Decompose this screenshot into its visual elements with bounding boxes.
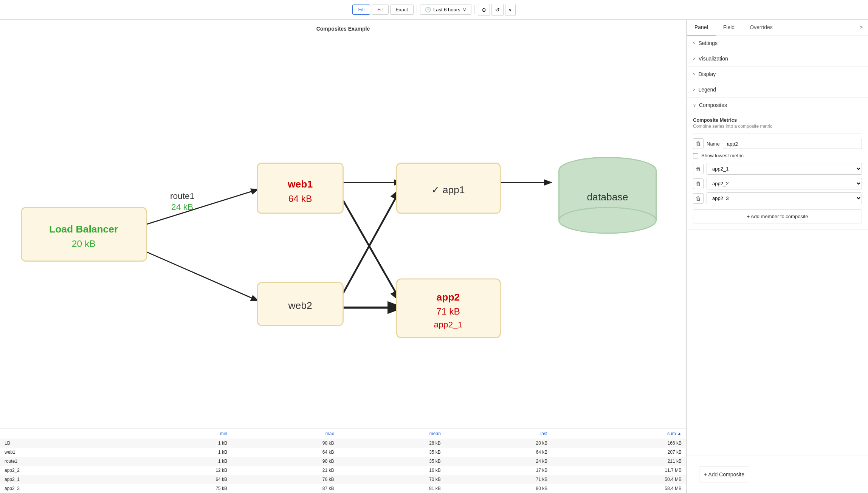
edge-label-route1-val: 24 kB: [171, 202, 193, 212]
bottom-section: + Add Composite: [687, 456, 868, 493]
cell-last: 64 kB: [445, 448, 552, 457]
cell-mean: 70 kB: [338, 475, 445, 484]
col-name[interactable]: [0, 429, 125, 439]
accordion-composites-label: Composites: [699, 102, 727, 108]
accordion-display: > Display: [687, 67, 868, 82]
edge-web2-app1: [343, 190, 400, 293]
cell-name: web1: [0, 448, 125, 457]
col-sum[interactable]: sum ▲: [552, 429, 686, 439]
cell-sum: 166 kB: [552, 439, 686, 448]
toolbar: Fill Fit Exact 🕐 Last 6 hours ∨ ⊖ ↺ ∨: [0, 0, 868, 20]
accordion-display-header[interactable]: > Display: [687, 67, 868, 82]
node-db-label: database: [587, 191, 628, 203]
accordion-settings-header[interactable]: > Settings: [687, 36, 868, 51]
cell-sum: 50.4 MB: [552, 475, 686, 484]
composite-divider: [693, 133, 862, 134]
cell-min: 64 kB: [125, 475, 232, 484]
cell-mean: 35 kB: [338, 448, 445, 457]
diagram-area: Composites Example route1 24 kB: [0, 20, 686, 428]
composite-name-input[interactable]: [723, 139, 862, 149]
clock-icon: 🕐: [425, 7, 431, 12]
cell-sum: 211 kB: [552, 457, 686, 466]
edge-lb-web2: [143, 250, 257, 300]
cell-min: 1 kB: [125, 439, 232, 448]
chevron-right-icon-viz: >: [693, 56, 695, 61]
accordion-composites-content: Composite Metrics Combine series into a …: [687, 113, 868, 229]
cell-max: 21 kB: [232, 466, 338, 475]
table-row: app2_375 kB87 kB81 kB80 kB58.4 MB: [0, 484, 686, 493]
main-layout: Composites Example route1 24 kB: [0, 20, 868, 493]
tab-field[interactable]: Field: [716, 20, 742, 36]
composite-meta-title: Composite Metrics: [693, 117, 862, 123]
cell-max: 64 kB: [232, 448, 338, 457]
accordion-legend-label: Legend: [698, 87, 716, 93]
trash-member-2-button[interactable]: 🗑: [693, 178, 704, 189]
cell-mean: 28 kB: [338, 439, 445, 448]
tab-overrides[interactable]: Overrides: [742, 20, 780, 36]
tab-expand-button[interactable]: >: [854, 20, 868, 35]
table-row: LB1 kB90 kB28 kB20 kB166 kB: [0, 439, 686, 448]
chevron-right-icon-legend: >: [693, 87, 695, 92]
time-range-label: Last 6 hours: [433, 7, 460, 12]
member-row-2: 🗑 app2_1 app2_2 app2_3: [693, 178, 862, 189]
table-row: app2_212 kB21 kB16 kB17 kB11.7 MB: [0, 466, 686, 475]
col-min[interactable]: min: [125, 429, 232, 439]
node-app2-sub: app2_1: [434, 320, 463, 330]
cell-name: app2_2: [0, 466, 125, 475]
cell-last: 80 kB: [445, 484, 552, 493]
refresh-button[interactable]: ↺: [491, 4, 504, 16]
zoom-out-icon: ⊖: [482, 7, 486, 13]
cell-last: 20 kB: [445, 439, 552, 448]
accordion-legend-header[interactable]: > Legend: [687, 82, 868, 97]
fit-button[interactable]: Fit: [372, 5, 388, 15]
table-body: LB1 kB90 kB28 kB20 kB166 kBweb11 kB64 kB…: [0, 439, 686, 493]
sort-icon: ▲: [677, 431, 682, 436]
node-lb-value: 20 kB: [72, 239, 96, 249]
panel-content: > Settings > Visualization > Display: [687, 36, 868, 456]
chevron-down-icon: ∨: [463, 7, 467, 12]
add-member-button[interactable]: + Add member to composite: [693, 209, 862, 223]
table-row: app2_164 kB76 kB70 kB71 kB50.4 MB: [0, 475, 686, 484]
fill-button[interactable]: Fill: [352, 5, 370, 15]
show-lowest-checkbox[interactable]: [693, 153, 698, 158]
trash-member-1-button[interactable]: 🗑: [693, 164, 704, 174]
cell-mean: 16 kB: [338, 466, 445, 475]
tabs-bar: Panel Field Overrides >: [687, 20, 868, 36]
col-last[interactable]: last: [445, 429, 552, 439]
cell-last: 24 kB: [445, 457, 552, 466]
member-row-1: 🗑 app2_1 app2_2 app2_3: [693, 163, 862, 175]
zoom-out-button[interactable]: ⊖: [478, 4, 490, 16]
node-app2-label: app2: [437, 291, 460, 303]
accordion-settings-label: Settings: [698, 40, 718, 46]
cell-max: 87 kB: [232, 484, 338, 493]
node-web1-label: web1: [287, 178, 313, 190]
exact-button[interactable]: Exact: [390, 5, 414, 15]
accordion-settings: > Settings: [687, 36, 868, 51]
cell-last: 71 kB: [445, 475, 552, 484]
cell-sum: 58.4 MB: [552, 484, 686, 493]
show-lowest-label: Show lowest metric: [701, 153, 744, 158]
chevron-right-icon-display: >: [693, 72, 695, 76]
accordion-legend: > Legend: [687, 82, 868, 98]
time-range-button[interactable]: 🕐 Last 6 hours ∨: [420, 5, 471, 15]
trash-composite-button[interactable]: 🗑: [693, 138, 704, 149]
table-header: min max mean last sum ▲: [0, 429, 686, 439]
member-select-1[interactable]: app2_1 app2_2 app2_3: [707, 163, 862, 175]
col-mean[interactable]: mean: [338, 429, 445, 439]
trash-member-3-button[interactable]: 🗑: [693, 193, 704, 204]
member-select-3[interactable]: app2_1 app2_2 app2_3: [707, 192, 862, 204]
member-select-2[interactable]: app2_1 app2_2 app2_3: [707, 178, 862, 189]
cell-min: 12 kB: [125, 466, 232, 475]
more-button[interactable]: ∨: [505, 4, 516, 16]
diagram-title: Composites Example: [0, 26, 686, 32]
add-composite-button[interactable]: + Add Composite: [699, 467, 749, 482]
cell-name: app2_3: [0, 484, 125, 493]
tab-panel[interactable]: Panel: [687, 20, 716, 36]
cell-name: app2_1: [0, 475, 125, 484]
accordion-composites-header[interactable]: ∨ Composites: [687, 98, 868, 113]
accordion-visualization-header[interactable]: > Visualization: [687, 51, 868, 66]
accordion-composites: ∨ Composites Composite Metrics Combine s…: [687, 98, 868, 230]
node-lb-label: Load Balancer: [49, 223, 118, 235]
col-max[interactable]: max: [232, 429, 338, 439]
refresh-icon: ↺: [495, 7, 500, 13]
